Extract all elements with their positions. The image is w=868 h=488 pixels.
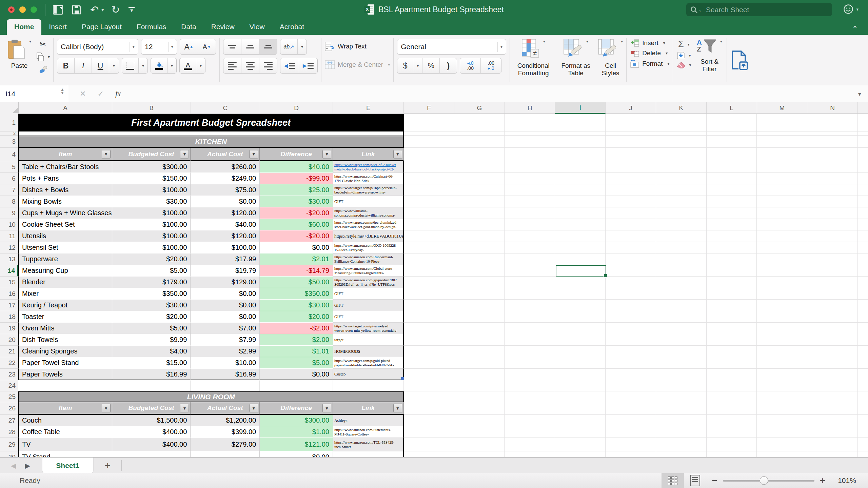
ribbon-tab-formulas[interactable]: Formulas [129, 19, 174, 35]
cell-C6[interactable]: $249.00 [191, 173, 260, 184]
cell-D6[interactable]: -$99.00 [260, 173, 333, 184]
autosum-dropdown-icon[interactable]: ▾ [688, 42, 690, 47]
cell-E13[interactable]: https://www.amazon.com/Rubbermaid-Brilli… [333, 253, 404, 265]
cell-E21[interactable]: HOMEGOODS [333, 346, 404, 357]
cell-N16[interactable] [807, 288, 858, 300]
cell-F24[interactable] [404, 380, 454, 391]
cell-J28[interactable] [606, 426, 656, 438]
cell-L8[interactable] [707, 196, 757, 207]
cell-C24[interactable] [191, 380, 260, 391]
cell-F26[interactable] [404, 402, 454, 415]
cell-G13[interactable] [454, 253, 505, 265]
cell-I17[interactable] [555, 300, 606, 311]
cell-J11[interactable] [606, 230, 656, 242]
cell-G26[interactable] [454, 402, 505, 415]
cell-M27[interactable] [757, 415, 807, 426]
cell-C30[interactable] [191, 451, 260, 457]
cell-A29[interactable]: TV [18, 438, 112, 451]
cell-I28[interactable] [555, 426, 606, 438]
font-color-dropdown-icon[interactable]: ▾ [196, 58, 205, 73]
cell-K20[interactable] [656, 334, 707, 346]
cell-G17[interactable] [454, 300, 505, 311]
cell-L1[interactable] [707, 114, 757, 131]
minimize-button[interactable] [19, 6, 26, 13]
next-sheet-icon[interactable]: ▶ [25, 462, 30, 470]
cell-D14[interactable]: -$14.79 [260, 265, 333, 277]
format-as-table-dropdown-icon[interactable]: ▾ [586, 39, 588, 44]
delete-cells-button[interactable]: ✕ Delete ▾ [630, 49, 669, 57]
column-header-D[interactable]: D [260, 102, 333, 114]
cell-M13[interactable] [757, 253, 807, 265]
cell-A19[interactable]: Oven Mitts [18, 323, 112, 334]
borders-dropdown-icon[interactable]: ▾ [139, 58, 147, 73]
cell-I12[interactable] [555, 242, 606, 253]
cell-G3[interactable] [454, 136, 505, 148]
cell-I7[interactable] [555, 184, 606, 196]
cell-D24[interactable] [260, 380, 333, 391]
cell-J14[interactable] [606, 265, 656, 277]
table-header-link[interactable]: Link▼ [333, 402, 404, 415]
page-layout-view-button[interactable] [684, 473, 706, 488]
cell-M16[interactable] [757, 288, 807, 300]
row-header-13[interactable]: 13 [0, 253, 18, 265]
cell-B22[interactable]: $15.00 [112, 357, 191, 369]
column-header-H[interactable]: H [505, 102, 555, 114]
cell-M1[interactable] [757, 114, 807, 131]
cell-N8[interactable] [807, 196, 858, 207]
cell-C20[interactable]: $7.99 [191, 334, 260, 346]
cell-F23[interactable] [404, 369, 454, 380]
cell-J22[interactable] [606, 357, 656, 369]
cell-B5[interactable]: $300.00 [112, 161, 191, 173]
cell-I24[interactable] [555, 380, 606, 391]
cell-K25[interactable] [656, 391, 707, 402]
cell-L29[interactable] [707, 438, 757, 451]
cell-J17[interactable] [606, 300, 656, 311]
cell-J25[interactable] [606, 391, 656, 402]
cell-A13[interactable]: Tupperware [18, 253, 112, 265]
cell-B13[interactable]: $20.00 [112, 253, 191, 265]
autosum-button[interactable]: Σ▾ [678, 39, 690, 49]
cell-E24[interactable] [333, 380, 404, 391]
cell-C16[interactable]: $0.00 [191, 288, 260, 300]
cell-F16[interactable] [404, 288, 454, 300]
clear-button[interactable]: ▾ [676, 62, 691, 68]
cell-N15[interactable] [807, 277, 858, 288]
cell-H23[interactable] [505, 369, 555, 380]
align-center-button[interactable] [241, 58, 259, 73]
cell-B6[interactable]: $150.00 [112, 173, 191, 184]
orientation-dropdown-icon[interactable]: ▾ [298, 39, 307, 54]
cell-D10[interactable]: $60.00 [260, 219, 333, 230]
ribbon-tab-acrobat[interactable]: Acrobat [272, 19, 312, 35]
cell-J27[interactable] [606, 415, 656, 426]
cell-M7[interactable] [757, 184, 807, 196]
cell-N14[interactable] [807, 265, 858, 277]
cell-B15[interactable]: $179.00 [112, 277, 191, 288]
search-sheet-input[interactable]: ⌄ Search Sheet [686, 3, 832, 16]
cell-B11[interactable]: $100.00 [112, 230, 191, 242]
cell-E5[interactable]: https://www.target.com/p/set-of-2-bucket… [333, 161, 404, 173]
sidebar-toggle-icon[interactable] [53, 5, 63, 15]
cell-H26[interactable] [505, 402, 555, 415]
cell-D13[interactable]: $2.01 [260, 253, 333, 265]
currency-dropdown-icon[interactable]: ▾ [413, 58, 422, 73]
cell-C11[interactable]: $120.00 [191, 230, 260, 242]
merge-center-dropdown-icon[interactable]: ▾ [388, 62, 390, 67]
cell-L21[interactable] [707, 346, 757, 357]
ribbon-tab-home[interactable]: Home [7, 19, 41, 35]
cell-K6[interactable] [656, 173, 707, 184]
comma-style-button[interactable]: ) [440, 58, 457, 73]
cell-I2[interactable] [555, 131, 606, 136]
table-header-difference[interactable]: Difference▼ [260, 148, 333, 161]
row-header-11[interactable]: 11 [0, 230, 18, 242]
cell-H1[interactable] [505, 114, 555, 131]
cell-L4[interactable] [707, 148, 757, 161]
cell-N23[interactable] [807, 369, 858, 380]
cell-I15[interactable] [555, 277, 606, 288]
table-header-actual-cost[interactable]: Actual Cost▼ [191, 402, 260, 415]
cell-A21[interactable]: Cleaning Sponges [18, 346, 112, 357]
cell-I9[interactable] [555, 207, 606, 219]
cell-G6[interactable] [454, 173, 505, 184]
cell-G11[interactable] [454, 230, 505, 242]
cell-L3[interactable] [707, 136, 757, 148]
cell-L26[interactable] [707, 402, 757, 415]
